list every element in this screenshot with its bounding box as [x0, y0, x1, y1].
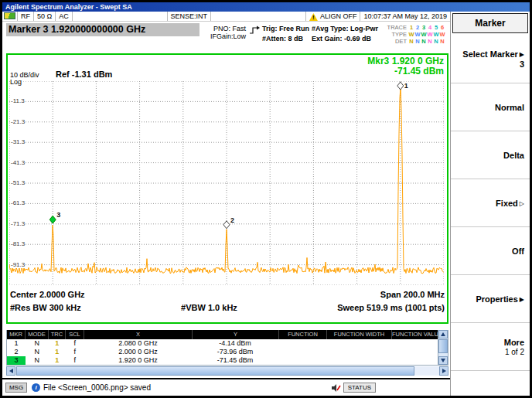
- marker-3-label: 3: [56, 211, 60, 219]
- horizontal-scroll-thumb[interactable]: [16, 366, 414, 376]
- ext-gain-setting: Ext Gain: -0.69 dB: [312, 35, 378, 43]
- softkey-label: Select Marker▶: [462, 49, 524, 59]
- type-3-value: W: [421, 31, 427, 38]
- graph-bottom-row-2: #Res BW 300 kHz #VBW 1.0 kHz Sweep 519.9…: [10, 303, 445, 312]
- softkey-select-marker[interactable]: Select Marker▶3: [451, 36, 530, 83]
- cell-mkr: 1: [7, 339, 26, 348]
- marker-table-row[interactable]: 1N1f2.080 0 GHz-4.14 dBm: [7, 339, 438, 348]
- softkey-delta[interactable]: Delta: [451, 131, 530, 179]
- softkey-properties[interactable]: Properties▶: [451, 275, 530, 323]
- cell-y: -4.14 dBm: [192, 339, 278, 348]
- type-4-value: W: [427, 31, 433, 38]
- softkey-normal[interactable]: Normal: [451, 83, 530, 131]
- cell-fn: [278, 339, 326, 348]
- det-2-value: N: [414, 38, 421, 45]
- center-frequency-label: Center 2.0000 GHz: [10, 290, 85, 299]
- type-row-label: TYPE: [387, 31, 407, 38]
- col-header-function-width: FUNCTION WIDTH: [327, 330, 392, 339]
- cell-y: -71.45 dBm: [192, 356, 278, 365]
- y-axis-label: -71.3: [10, 220, 26, 227]
- status-footer: MSG i File <Screen_0006.png> saved STATU…: [2, 378, 450, 396]
- spectrum-display: Mkr3 1.920 0 GHz -71.45 dBm 10 dB/div Lo…: [6, 53, 448, 324]
- align-status-text: ALIGN OFF: [320, 12, 357, 20]
- vertical-scroll-track[interactable]: [438, 338, 448, 356]
- hollow-arrow-icon: ▷: [520, 200, 524, 207]
- det-3-value: N: [421, 38, 427, 45]
- y-axis-label: -21.3: [10, 118, 26, 125]
- marker-3-diamond[interactable]: [49, 216, 56, 223]
- softkey-off[interactable]: Off: [451, 227, 530, 275]
- cell-fw: [326, 356, 391, 365]
- cell-fv: [390, 356, 438, 365]
- marker-2-label: 2: [230, 216, 234, 224]
- graticule: 123 -11.3-21.3-31.3-41.3-51.3-61.3-71.3-…: [9, 81, 444, 285]
- trace-2-value: 2: [414, 24, 421, 31]
- status-label: STATUS: [343, 383, 376, 393]
- marker-readout-amplitude: -71.45 dBm: [394, 66, 444, 77]
- marker-table-body: 1N1f2.080 0 GHz-4.14 dBm2N1f2.000 0 GHz-…: [7, 339, 438, 365]
- table-horizontal-scrollbar[interactable]: [6, 366, 448, 376]
- softkey-menu-title: Marker: [452, 13, 528, 33]
- softkey-label: Fixed▷: [496, 199, 524, 208]
- scroll-up-button[interactable]: [438, 330, 448, 338]
- window-titlebar: Agilent Spectrum Analyzer - Swept SA: [2, 2, 530, 12]
- impedance-indicator: 50 Ω: [34, 12, 56, 21]
- softkey-label: Delta: [503, 151, 524, 160]
- cell-y: -73.96 dBm: [192, 348, 278, 356]
- marker-2-diamond[interactable]: [223, 221, 230, 229]
- warning-icon: !: [309, 13, 318, 21]
- trace-row-label: TRACE: [387, 24, 407, 31]
- type-2-value: W: [414, 31, 421, 38]
- det-5-value: N: [433, 38, 439, 45]
- col-header-mode: MODE: [26, 330, 49, 339]
- cell-scl: f: [66, 348, 84, 356]
- marker-readout-frequency: Mkr3 1.920 0 GHz: [367, 56, 444, 66]
- horizontal-scroll-track[interactable]: [15, 366, 439, 376]
- cell-trc: 1: [49, 339, 66, 348]
- y-axis-label: -31.3: [10, 138, 26, 145]
- active-marker-readout: Marker 3 1.920000000000 GHz: [6, 23, 200, 36]
- cell-x: 1.920 0 GHz: [84, 356, 193, 365]
- table-vertical-scrollbar[interactable]: [438, 330, 448, 365]
- marker-table-header: MKRMODETRCSCLXYFUNCTIONFUNCTION WIDTHFUN…: [7, 330, 448, 339]
- speaker-mute-icon: [331, 383, 341, 393]
- ifgain-setting: IFGain:Low: [198, 32, 246, 40]
- sweep-label: Sweep 519.9 ms (1001 pts): [337, 303, 445, 312]
- agilent-logo-icon: [2, 12, 18, 21]
- cell-mkr: 3: [7, 356, 26, 365]
- graph-bottom-row-1: Center 2.0000 GHz Span 200.0 MHz: [10, 290, 445, 299]
- marker-table-row[interactable]: 3N1f1.920 0 GHz-71.45 dBm: [7, 356, 438, 365]
- cell-fw: [326, 348, 391, 356]
- filled-arrow-icon: ▶: [520, 296, 524, 303]
- marker-table: MKRMODETRCSCLXYFUNCTIONFUNCTION WIDTHFUN…: [6, 330, 448, 366]
- trigger-slope-icon: [249, 26, 261, 36]
- cell-scl: f: [66, 356, 84, 365]
- scroll-down-button[interactable]: [438, 356, 448, 365]
- y-axis-label: -81.3: [10, 240, 26, 247]
- video-bw-label: #VBW 1.0 kHz: [181, 303, 237, 312]
- scroll-left-button[interactable]: [6, 366, 15, 376]
- scroll-right-button[interactable]: [439, 366, 448, 376]
- softkey-label: More: [504, 338, 524, 347]
- det-6-value: N: [439, 38, 445, 45]
- status-spacer: [211, 12, 306, 21]
- softkey-more[interactable]: More1 of 2: [451, 323, 530, 371]
- col-header-mkr: MKR: [7, 330, 26, 339]
- trace-status-block: TRACE123456 TYPEWWWWWW DETNNNNNN: [387, 24, 450, 45]
- trace-5-value: 5: [433, 24, 439, 31]
- graticule-grid: [9, 81, 444, 285]
- trace-type-row: TYPEWWWWWW: [387, 31, 450, 38]
- softkey-fixed[interactable]: Fixed▷: [451, 179, 530, 227]
- y-axis-label: -61.3: [10, 199, 26, 206]
- det-4-value: N: [427, 38, 433, 45]
- cell-trc: 1: [49, 348, 66, 356]
- vertical-scroll-thumb[interactable]: [438, 339, 448, 353]
- cell-x: 2.080 0 GHz: [84, 339, 193, 348]
- trace-detector-row: DETNNNNNN: [387, 38, 450, 45]
- trace-3-value: 3: [421, 24, 427, 31]
- marker-1-diamond[interactable]: [397, 82, 404, 90]
- cell-mkr: 2: [7, 348, 26, 356]
- cell-fn: [278, 356, 326, 365]
- datetime-display: 10:07:37 AM May 12, 2019: [360, 12, 450, 21]
- marker-table-row[interactable]: 2N1f2.000 0 GHz-73.96 dBm: [7, 348, 438, 356]
